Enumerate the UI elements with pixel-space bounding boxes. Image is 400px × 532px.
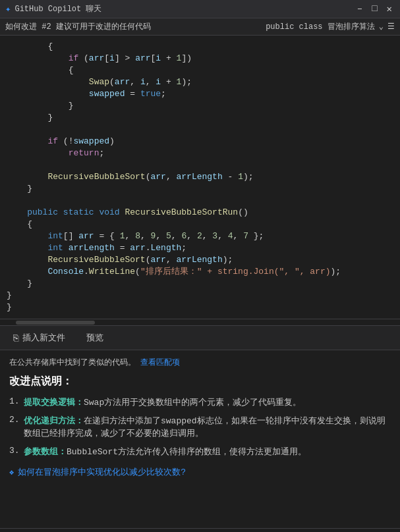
- title-text: GitHub Copilot 聊天: [14, 3, 101, 14]
- suggestion-bar-text: 如何改进 #2 建议可用于改进的任何代码: [5, 21, 151, 32]
- improvement-list: 1. 提取交换逻辑：Swap方法用于交换数组中的两个元素，减少了代码重复。 2.…: [9, 396, 391, 458]
- maximize-button[interactable]: □: [369, 2, 380, 16]
- copilot-icon: ✦: [5, 3, 11, 14]
- insert-label: 插入新文件: [22, 332, 65, 344]
- list-item: 1. 提取交换逻辑：Swap方法用于交换数组中的两个元素，减少了代码重复。: [9, 396, 391, 410]
- title-bar-right: – □ ✕: [355, 2, 395, 16]
- suggestion-bar-right: public class 冒泡排序算法 ⌄ ☰: [266, 21, 395, 32]
- improvement-title: 改进点说明：: [9, 375, 391, 388]
- insert-file-button[interactable]: ⎘ 插入新文件: [8, 329, 71, 346]
- code-content: { if (arr[i] > arr[i + 1]) { Swap(arr, i…: [0, 41, 400, 313]
- similar-code-notice: 在公共存储库中找到了类似的代码。 查看匹配项: [9, 357, 391, 368]
- pin-button[interactable]: –: [355, 2, 365, 16]
- horizontal-scrollbar[interactable]: [0, 319, 400, 325]
- similar-code-text: 在公共存储库中找到了类似的代码。: [9, 358, 136, 367]
- list-item: 3. 参数数组：BubbleSort方法允许传入待排序的数组，使得方法更加通用。: [9, 446, 391, 459]
- action-bar: ⎘ 插入新文件 预览: [0, 325, 400, 350]
- chat-area: 在公共存储库中找到了类似的代码。 查看匹配项 改进点说明： 1. 提取交换逻辑：…: [0, 350, 400, 528]
- suggestion-bar: 如何改进 #2 建议可用于改进的任何代码 public class 冒泡排序算法…: [0, 18, 400, 36]
- title-bar: ✦ GitHub Copilot 聊天 – □ ✕: [0, 0, 400, 18]
- class-name-label: public class 冒泡排序算法: [266, 21, 375, 32]
- title-bar-left: ✦ GitHub Copilot 聊天: [5, 3, 101, 14]
- preview-button[interactable]: 预览: [81, 329, 109, 346]
- expand-icon[interactable]: ⌄: [379, 22, 384, 32]
- list-item: 2. 优化递归方法：在递归方法中添加了swapped标志位，如果在一轮排序中没有…: [9, 415, 391, 440]
- close-button[interactable]: ✕: [384, 2, 395, 16]
- more-icon[interactable]: ☰: [387, 22, 395, 32]
- scrollbar-thumb[interactable]: [16, 321, 95, 325]
- code-area: { if (arr[i] > arr[i + 1]) { Swap(arr, i…: [0, 36, 400, 319]
- insert-icon: ⎘: [13, 332, 18, 343]
- similar-code-link[interactable]: 查看匹配项: [140, 358, 180, 367]
- chat-bottom-bar: ❝ 引用 此信息是否有用？ 👍 👎: [0, 528, 400, 532]
- preview-label: 预览: [86, 332, 103, 344]
- suggestion-question[interactable]: 如何在冒泡排序中实现优化以减少比较次数?: [9, 466, 391, 478]
